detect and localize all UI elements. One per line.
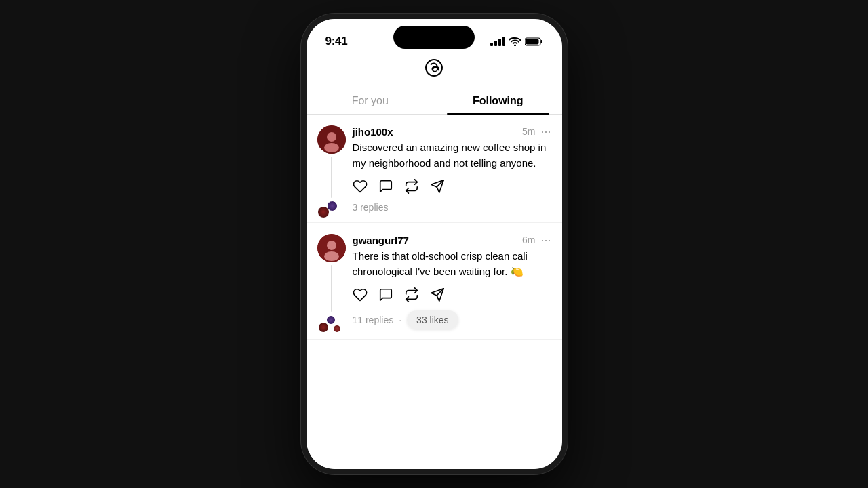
post-header: gwangurl77 6m ···	[353, 234, 551, 246]
post-text: There is that old-school crisp clean cal…	[353, 249, 551, 279]
avatar	[317, 125, 346, 154]
dynamic-island	[393, 26, 475, 49]
thread-line	[331, 265, 332, 312]
status-icons	[490, 37, 543, 46]
reply-avatars	[317, 314, 346, 339]
repost-button[interactable]	[404, 179, 419, 194]
avatar	[317, 234, 346, 262]
post-meta: 6m ···	[522, 234, 551, 246]
like-button[interactable]	[353, 179, 368, 194]
reply-avatars	[317, 201, 346, 222]
post-header: jiho100x 5m ···	[353, 125, 551, 138]
feed: jiho100x 5m ··· Discovered an amazing ne…	[307, 115, 562, 469]
tabs-container: For you Following	[307, 87, 562, 115]
post-left-column	[317, 125, 346, 222]
reply-avatar-small	[332, 324, 342, 333]
username: gwangurl77	[353, 235, 409, 246]
post-item: gwangurl77 6m ··· There is that old-scho…	[307, 223, 562, 340]
tab-for-you[interactable]: For you	[307, 87, 435, 114]
share-button[interactable]	[430, 179, 445, 194]
post-footer: 3 replies	[353, 202, 551, 222]
likes-bubble: 33 likes	[407, 310, 458, 329]
post-content-column: gwangurl77 6m ··· There is that old-scho…	[353, 234, 551, 339]
share-button[interactable]	[430, 287, 445, 302]
svg-rect-2	[526, 39, 538, 44]
post-meta: 5m ···	[522, 125, 551, 138]
reply-avatar-small	[327, 201, 338, 211]
threads-logo	[423, 57, 445, 81]
dot-separator: ·	[399, 314, 401, 325]
svg-point-4	[327, 132, 336, 142]
replies-count[interactable]: 3 replies	[353, 202, 389, 213]
app-header: For you Following	[307, 54, 562, 115]
more-options-button[interactable]: ···	[540, 125, 551, 138]
more-options-button[interactable]: ···	[540, 234, 551, 246]
post-footer: 11 replies · 33 likes	[353, 310, 551, 339]
post-content-column: jiho100x 5m ··· Discovered an amazing ne…	[353, 125, 551, 222]
repost-button[interactable]	[404, 287, 419, 302]
signal-icon	[490, 37, 505, 46]
phone-shell: 9:41	[301, 14, 568, 474]
post-time: 5m	[522, 126, 535, 137]
post-time: 6m	[522, 235, 535, 245]
post-text: Discovered an amazing new coffee shop in…	[353, 140, 551, 171]
like-button[interactable]	[353, 287, 368, 302]
wifi-icon	[509, 37, 521, 46]
comment-button[interactable]	[378, 179, 393, 194]
thread-line	[331, 157, 332, 198]
post-item: jiho100x 5m ··· Discovered an amazing ne…	[307, 115, 562, 223]
comment-button[interactable]	[378, 287, 393, 302]
post-actions	[353, 179, 551, 194]
svg-point-10	[324, 251, 339, 261]
tab-following[interactable]: Following	[434, 87, 562, 114]
reply-avatar-small	[326, 314, 336, 325]
svg-point-9	[327, 241, 336, 250]
post-left-column	[317, 234, 346, 339]
replies-count[interactable]: 11 replies	[353, 314, 394, 325]
svg-rect-1	[540, 40, 542, 43]
post-actions	[353, 287, 551, 302]
svg-point-5	[324, 143, 339, 152]
username: jiho100x	[353, 126, 393, 138]
background: 9:41	[0, 0, 868, 488]
battery-icon	[525, 37, 543, 46]
status-time: 9:41	[326, 35, 348, 48]
